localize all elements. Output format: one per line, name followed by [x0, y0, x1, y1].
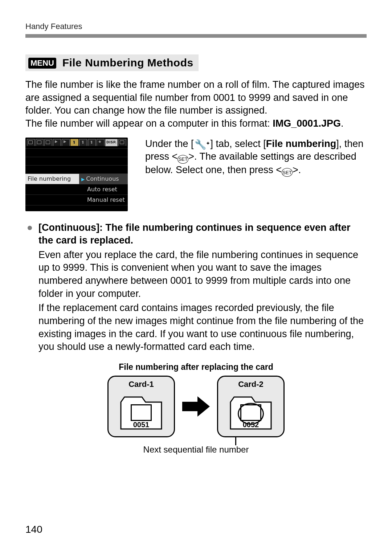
header-rule — [25, 34, 367, 38]
arrow-icon — [182, 396, 210, 417]
image-file-icon — [131, 404, 152, 421]
folder-icon: 0051 — [119, 393, 164, 431]
card-1-label: Card-1 — [109, 380, 174, 389]
menu-row-file-numbering: File numbering ▶Continuous — [25, 173, 128, 184]
tab-shoot-3-icon — [44, 139, 52, 146]
intro-line1: The file number is like the frame number… — [25, 79, 364, 116]
card-2-number: 0052 — [228, 421, 273, 429]
tab-disp: DISP. — [105, 139, 118, 146]
card-replace-diagram: Card-1 0051 Card-2 — [107, 376, 285, 437]
tab-shoot-1-icon — [27, 139, 35, 146]
bullet-body-1: Even after you replace the card, the fil… — [38, 249, 367, 300]
wrench-icon: 🔧✦ — [195, 138, 210, 151]
rhs-bold-file-numbering: File numbering — [266, 138, 336, 149]
tab-setup-2-icon — [79, 139, 87, 146]
menu-option-row: Manual reset — [25, 195, 128, 205]
card-2-label: Card-2 — [218, 380, 283, 389]
intro-filename: IMG_0001.JPG — [273, 118, 341, 129]
running-head: Handy Features — [25, 22, 367, 31]
menu-blank-row — [25, 157, 128, 165]
set-button-icon: SET — [177, 155, 188, 164]
callout-connector — [235, 437, 236, 445]
diagram-title: File numbering after replacing the card — [25, 362, 367, 372]
menu-blank-row — [25, 165, 128, 173]
menu-row-value: ▶Continuous — [79, 175, 128, 182]
rhs-t1e: >. — [293, 164, 301, 175]
menu-blank-row — [25, 148, 128, 157]
intro-line2-prefix: The file number will appear on a compute… — [25, 118, 273, 129]
section-title: MENU File Numbering Methods — [25, 54, 199, 71]
card-1-number: 0051 — [119, 421, 164, 429]
card-2: Card-2 0052 — [217, 376, 285, 437]
diagram-callout: Next sequential file number — [25, 445, 367, 455]
option-continuous: Continuous — [86, 175, 119, 182]
camera-menu-screenshot: DISP. File numbering ▶Continuous Auto re… — [25, 138, 128, 211]
folder-icon: 0052 — [228, 393, 273, 431]
bullet-body-2: If the replacement card contains images … — [38, 302, 367, 353]
tab-shoot-2-icon — [36, 139, 44, 146]
menu-tab-strip: DISP. — [25, 138, 128, 147]
menu-option-row: Auto reset — [25, 184, 128, 195]
intro-period: . — [341, 118, 344, 129]
menu-row-label: File numbering — [25, 174, 79, 184]
option-auto-reset: Auto reset — [79, 186, 128, 193]
rhs-t1a: Under the [ — [145, 138, 194, 149]
intro-paragraph: The file number is like the frame number… — [25, 78, 367, 130]
page-number: 140 — [25, 524, 42, 535]
menu-bottom-bar — [25, 205, 128, 211]
set-button-icon: SET — [282, 168, 293, 177]
tab-play-1-icon — [53, 139, 61, 146]
tab-info-icon — [118, 139, 126, 146]
bullet-continuous: [Continuous]: The file numbering continu… — [25, 221, 367, 353]
menu-badge: MENU — [28, 58, 56, 69]
card-1: Card-1 0051 — [107, 376, 175, 437]
instruction-text: Under the [🔧✦] tab, select [File numberi… — [145, 138, 367, 211]
tab-play-2-icon — [62, 139, 70, 146]
tab-setup-3-icon — [88, 139, 96, 146]
selection-indicator-icon: ▶ — [81, 177, 85, 182]
tab-mymenu-icon — [97, 139, 105, 146]
tab-setup-1-icon — [70, 139, 78, 146]
bullet-head: [Continuous]: The file numbering continu… — [38, 221, 367, 247]
option-manual-reset: Manual reset — [79, 196, 128, 203]
section-title-text: File Numbering Methods — [62, 57, 193, 69]
rhs-t1b: ] tab, select [ — [211, 138, 266, 149]
